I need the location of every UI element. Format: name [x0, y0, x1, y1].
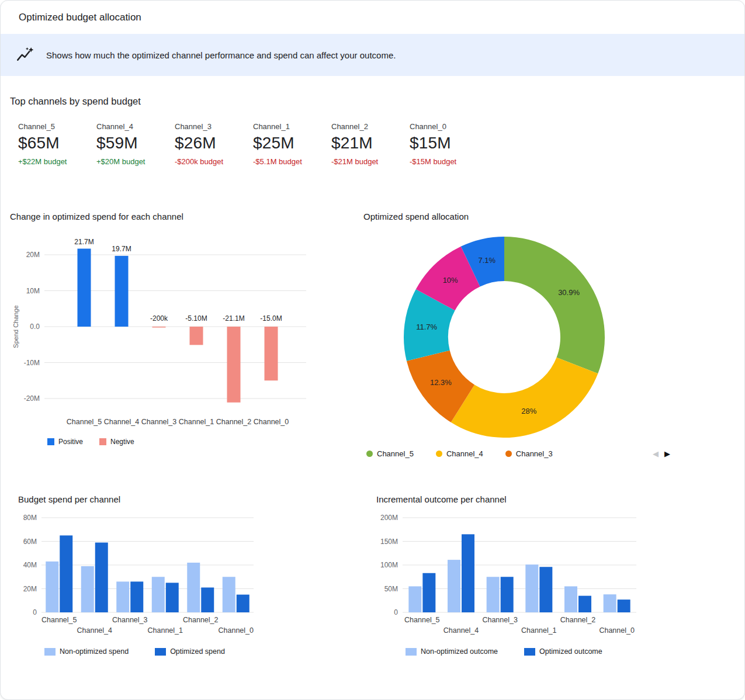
channel-spend-value: $15M	[410, 134, 488, 153]
outcome-bar-Channel_3-non-optimized[interactable]	[487, 577, 500, 612]
channel-name: Channel_4	[96, 122, 175, 131]
legend-swatch	[366, 451, 373, 457]
legend-item: Optimized outcome	[524, 647, 602, 656]
outcome-bar-Channel_0-non-optimized[interactable]	[604, 594, 616, 612]
spend-change-bar-Channel_3[interactable]	[153, 327, 166, 328]
donut-legend-pagination: ◀▶	[653, 450, 670, 458]
channel-spend-value: $26M	[175, 134, 253, 153]
slice-percent-label: 7.1%	[479, 256, 496, 265]
legend-swatch	[406, 648, 417, 656]
outcome-bar-Channel_5-non-optimized[interactable]	[408, 586, 421, 612]
bar-value-label: 19.7M	[112, 245, 131, 253]
budget-spend-chart-canvas: 020M40M60M80MChannel_5Channel_4Channel_3…	[18, 512, 281, 638]
incremental-outcome-chart-block: Incremental outcome per channel 050M100M…	[359, 494, 744, 656]
legend-swatch	[44, 648, 56, 656]
outcome-bar-Channel_1-non-optimized[interactable]	[525, 564, 538, 612]
outcome-bar-Channel_3-optimized[interactable]	[501, 577, 514, 612]
y-tick-label: 50M	[384, 585, 398, 593]
budget-bar-Channel_0-non-optimized[interactable]	[223, 577, 235, 612]
outcome-bar-Channel_0-optimized[interactable]	[618, 599, 630, 612]
x-category-label: Channel_3	[141, 418, 177, 426]
info-banner: Shows how much the optimized channel per…	[1, 34, 744, 76]
channel-card: Channel_1$25M-$5.1M budget	[253, 122, 331, 166]
channel-card: Channel_0$15M-$15M budget	[410, 122, 488, 166]
slice-percent-label: 28%	[521, 407, 536, 415]
bar-value-label: -21.1M	[223, 314, 244, 323]
channel-budget-delta: -$200k budget	[175, 157, 253, 166]
legend-swatch	[155, 648, 166, 656]
budget-bar-Channel_5-optimized[interactable]	[60, 535, 72, 612]
y-axis-label: Spend Change	[12, 305, 19, 348]
legend-item: Non-optimized outcome	[406, 647, 498, 656]
x-category-label: Channel_4	[104, 418, 140, 426]
insights-icon	[15, 45, 35, 65]
y-tick-label: 80M	[23, 514, 37, 522]
y-tick-label: 0	[33, 608, 37, 616]
top-channels-heading: Top channels by spend budget	[10, 96, 735, 107]
legend-swatch	[99, 438, 106, 445]
budget-bar-Channel_2-non-optimized[interactable]	[187, 563, 200, 612]
bar-value-label: -200k	[150, 314, 168, 323]
donut-slice-Channel_5[interactable]	[504, 237, 605, 373]
outcome-bar-Channel_4-optimized[interactable]	[462, 534, 474, 612]
channel-budget-delta: -$5.1M budget	[253, 157, 331, 166]
channel-card: Channel_5$65M+$22M budget	[18, 122, 96, 166]
donut-legend-next-button[interactable]: ▶	[664, 450, 670, 458]
legend-item: Channel_5	[366, 449, 414, 458]
incremental-outcome-legend: Non-optimized outcomeOptimized outcome	[406, 647, 744, 656]
incremental-outcome-chart-canvas: 050M100M150M200MChannel_5Channel_4Channe…	[376, 512, 645, 638]
x-category-label: Channel_2	[216, 418, 252, 426]
legend-label: Non-optimized spend	[60, 647, 129, 656]
spend-change-chart-block: Change in optimized spend for each chann…	[1, 212, 355, 458]
y-tick-label: 60M	[23, 538, 37, 546]
channel-budget-delta: +$22M budget	[18, 157, 96, 166]
budget-bar-Channel_3-optimized[interactable]	[130, 581, 143, 612]
x-category-label: Channel_3	[112, 616, 148, 624]
x-category-label: Channel_0	[219, 626, 254, 635]
spend-change-bar-Channel_1[interactable]	[190, 327, 203, 345]
bar-value-label: 21.7M	[74, 238, 93, 246]
budget-bar-Channel_3-non-optimized[interactable]	[116, 581, 129, 612]
budget-bar-Channel_0-optimized[interactable]	[237, 595, 250, 612]
page-title: Optimized budget allocation	[19, 12, 141, 23]
x-category-label: Channel_4	[77, 626, 113, 635]
spend-change-bar-Channel_0[interactable]	[265, 327, 278, 380]
slice-percent-label: 11.7%	[416, 323, 437, 331]
x-category-label: Channel_1	[521, 626, 557, 635]
y-tick-label: 0	[394, 608, 398, 616]
channel-card: Channel_3$26M-$200k budget	[175, 122, 253, 166]
donut-legend-prev-button[interactable]: ◀	[653, 450, 659, 458]
outcome-bar-Channel_2-non-optimized[interactable]	[564, 586, 577, 612]
outcome-bar-Channel_4-non-optimized[interactable]	[448, 560, 460, 612]
x-category-label: Channel_0	[599, 626, 635, 635]
legend-label: Channel_3	[516, 449, 553, 458]
spend-allocation-chart-block: Optimized spend allocation 30.9%28%12.3%…	[355, 212, 744, 458]
titlebar: Optimized budget allocation	[1, 1, 744, 34]
outcome-bar-Channel_2-optimized[interactable]	[578, 596, 591, 612]
budget-bar-Channel_4-optimized[interactable]	[95, 543, 108, 612]
budget-bar-Channel_1-optimized[interactable]	[166, 583, 179, 612]
channel-spend-value: $21M	[331, 134, 410, 153]
outcome-bar-Channel_5-optimized[interactable]	[422, 573, 435, 612]
legend-item: Channel_4	[436, 449, 483, 458]
x-category-label: Channel_4	[443, 626, 479, 635]
incremental-outcome-chart-title: Incremental outcome per channel	[376, 494, 744, 504]
y-tick-label: 0.0	[30, 323, 40, 331]
budget-bar-Channel_4-non-optimized[interactable]	[81, 566, 94, 612]
spend-change-bar-Channel_5[interactable]	[78, 249, 91, 327]
channel-spend-value: $25M	[253, 134, 331, 153]
y-tick-label: -10M	[24, 359, 40, 367]
budget-bar-Channel_5-non-optimized[interactable]	[46, 562, 58, 612]
spend-change-bar-Channel_4[interactable]	[115, 256, 129, 327]
channel-name: Channel_5	[18, 122, 96, 131]
channel-card: Channel_4$59M+$20M budget	[96, 122, 175, 166]
budget-bar-Channel_1-non-optimized[interactable]	[152, 577, 165, 612]
donut-slice-Channel_4[interactable]	[451, 358, 598, 438]
spend-allocation-donut-canvas: 30.9%28%12.3%11.7%10%7.1%	[355, 227, 740, 446]
legend-item: Non-optimized spend	[44, 647, 129, 656]
channel-spend-value: $59M	[96, 134, 175, 153]
outcome-bar-Channel_1-optimized[interactable]	[539, 567, 552, 612]
spend-change-bar-Channel_2[interactable]	[227, 327, 241, 403]
budget-bar-Channel_2-optimized[interactable]	[201, 587, 214, 612]
x-category-label: Channel_5	[67, 418, 102, 426]
